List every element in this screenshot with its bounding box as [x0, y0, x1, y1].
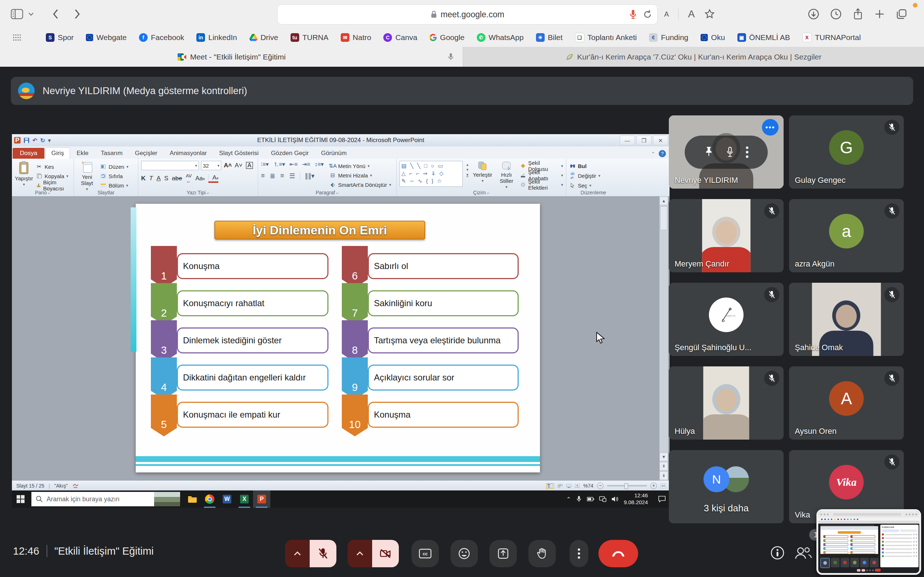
mic-options-chevron[interactable]: [285, 540, 310, 567]
voice-search-icon[interactable]: [629, 9, 637, 20]
browser-toolbar: meet.google.com A A: [0, 0, 924, 28]
fit-to-window-button: [661, 484, 666, 488]
present-button[interactable]: [489, 540, 517, 567]
frequently-visited-grid-icon[interactable]: [0, 34, 27, 42]
participant-tile-1[interactable]: •••Nevriye YILDIRIM: [669, 115, 783, 189]
bookmark-oku[interactable]: Oku: [695, 33, 731, 42]
sidebar-chevron-icon[interactable]: [28, 12, 34, 16]
end-call-button[interactable]: [598, 540, 638, 567]
bookmark-icon: ❏: [575, 33, 584, 42]
bookmark-drive[interactable]: Drive: [243, 33, 284, 42]
participant-tile-3[interactable]: Meryem Çandır: [669, 199, 783, 272]
mic-button-group[interactable]: [285, 540, 336, 567]
sidebar-toggle-icon[interactable]: [11, 9, 23, 19]
slide-canvas-area: İyi Dinlemenin On Emri 1Konuşma2Konuşmac…: [12, 196, 670, 480]
bookmark-icon: f: [139, 33, 148, 42]
meeting-details-button[interactable]: [768, 543, 787, 562]
bookmark-webgate[interactable]: Webgate: [80, 33, 133, 42]
share-icon[interactable]: [853, 8, 863, 20]
shapes-gallery: ▤ ╲ ╲ □ ○ ▭ △ ⌐ ⌐ ⇒ ⇓ ◇ ✎ ∼ ∿ { } ☆: [399, 161, 463, 187]
participant-tile-6[interactable]: Şahide Omak: [789, 283, 904, 356]
speaker-menu-button[interactable]: •••: [762, 119, 779, 135]
bookmark--nemli-ab[interactable]: ▣ÖNEMLİ AB: [731, 33, 796, 42]
ribbon-tab-geçişler: Geçişler: [129, 148, 163, 159]
bookmark-toplant-anketi[interactable]: ❏Toplantı Anketi: [569, 33, 643, 42]
tab-audio-icon[interactable]: [447, 52, 454, 62]
bookmark-icon: tu: [291, 33, 299, 42]
camera-options-chevron[interactable]: [347, 540, 372, 567]
spellcheck-icon: [72, 483, 79, 488]
tile-hover-controls[interactable]: [685, 135, 768, 169]
tab-meet[interactable]: Meet - "Etkili İletişim" Eğitimi: [0, 47, 463, 67]
font-color-button: A▾: [208, 174, 218, 183]
tab-kuran[interactable]: Kur'ân-ı Kerim Arapça '7.Cüz' Oku | Kur'…: [463, 47, 924, 67]
bookmark-linkedin[interactable]: inLinkedIn: [190, 33, 243, 42]
sezgiler-leaf-icon: [565, 53, 573, 61]
slide-item-number: 6: [352, 270, 358, 282]
participant-tile-8[interactable]: AAysun Oren: [789, 366, 904, 440]
bookmark-turnaportal[interactable]: XTURNAPortal: [796, 33, 867, 42]
reload-icon[interactable]: [643, 10, 652, 19]
bookmark-google[interactable]: Google: [423, 33, 471, 42]
camera-button-group[interactable]: [347, 540, 399, 567]
bookmark-star-icon[interactable]: [704, 9, 715, 19]
participant-name: Gulay Gengec: [795, 176, 846, 185]
muted-mic-icon: [884, 203, 900, 219]
avatar: Vika: [829, 465, 864, 500]
participant-tile-4[interactable]: aazra Akgün: [789, 199, 904, 272]
participant-tile-7[interactable]: Hülya: [669, 366, 783, 440]
slide-item-number: 1: [161, 270, 167, 282]
participant-tile-2[interactable]: GGulay Gengec: [789, 115, 904, 189]
more-options-button[interactable]: [570, 540, 588, 567]
quick-styles-button: Hızlı Stiller▾: [497, 161, 516, 189]
tray-volume-icon: [611, 496, 619, 502]
shared-screen[interactable]: P ↶ ↻ ▾ ETKİLİ İLETİŞİM EĞİTİMİ 09-08-20…: [12, 134, 670, 508]
increase-text-size-button[interactable]: A: [688, 8, 695, 20]
mic-off-button[interactable]: [310, 540, 336, 567]
downloads-icon[interactable]: [808, 8, 819, 20]
participant-tile-9[interactable]: N3 kişi daha: [669, 450, 783, 523]
avatar: a: [829, 214, 864, 248]
bookmark-icon: ☀: [536, 33, 544, 42]
slide-item-arrow: 6: [342, 246, 368, 288]
slide-item-arrow: 9: [342, 357, 368, 399]
bookmark-funding[interactable]: €Funding: [643, 33, 695, 42]
screenshare-preview-window[interactable]: Kullanıcılar: [816, 509, 921, 575]
powerpoint-window-title: ETKİLİ İLETİŞİM EĞİTİMİ 09-08-2024 - Mic…: [12, 137, 670, 144]
participant-tile-5[interactable]: şengülce designŞengül Şahinoğlu U...: [669, 283, 783, 356]
muted-mic-icon: [764, 371, 779, 386]
captions-button[interactable]: cc: [412, 540, 439, 567]
tab-overview-icon[interactable]: [896, 8, 908, 20]
bookmark-natro[interactable]: ✉Natro: [334, 33, 377, 42]
reactions-button[interactable]: [451, 540, 478, 567]
raise-hand-button[interactable]: [528, 540, 556, 567]
participant-name: 3 kişi daha: [704, 503, 749, 514]
decrease-text-size-button[interactable]: A: [664, 10, 669, 18]
bookmark-spor[interactable]: SSpor: [40, 33, 80, 42]
back-button[interactable]: [52, 8, 59, 20]
search-icon: [36, 495, 43, 503]
camera-off-button[interactable]: [372, 540, 399, 567]
bookmark-bilet[interactable]: ☀Bilet: [530, 33, 569, 42]
address-bar[interactable]: meet.google.com: [277, 4, 657, 24]
bookmark-canva[interactable]: CCanva: [377, 33, 423, 42]
slide-item-number: 7: [352, 307, 358, 319]
meeting-title: "Etkili İletişim" Eğitimi: [55, 545, 154, 557]
svg-text:şengülce design: şengülce design: [726, 315, 736, 317]
ribbon-tab-slayt-gösterisi: Slayt Gösterisi: [213, 148, 265, 159]
search-highlight-image: [154, 492, 180, 506]
slide-item-box: Konuşmacı ile empati kur: [177, 402, 328, 428]
bookmark-turna[interactable]: tuTURNA: [284, 33, 334, 42]
svg-text:cc: cc: [423, 551, 428, 556]
forward-button[interactable]: [74, 8, 81, 20]
new-tab-plus-icon[interactable]: [874, 9, 885, 19]
paste-button: Yapıştır▾: [15, 161, 33, 190]
history-clock-icon[interactable]: [830, 8, 842, 20]
bookmark-facebook[interactable]: fFacebook: [133, 33, 190, 42]
clock-time: 12:46: [13, 545, 39, 557]
restore-button: ❐: [636, 135, 651, 145]
powerpoint-titlebar: P ↶ ↻ ▾ ETKİLİ İLETİŞİM EĞİTİMİ 09-08-20…: [12, 134, 670, 147]
people-button[interactable]: [793, 543, 813, 562]
bookmark-whatsapp[interactable]: ✆WhatsApp: [471, 33, 530, 42]
video-feed: [703, 366, 749, 440]
